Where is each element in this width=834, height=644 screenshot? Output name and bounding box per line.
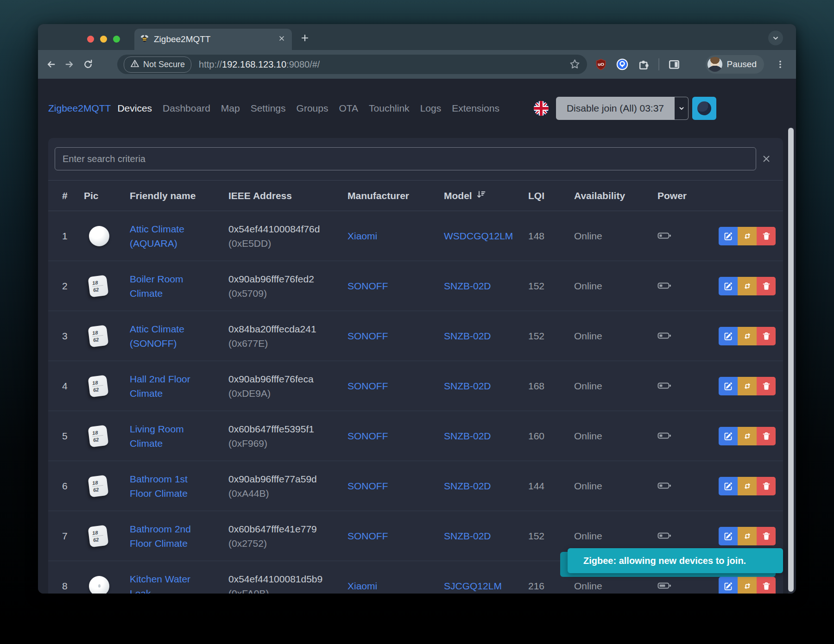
delete-device-button[interactable] [757,327,776,345]
forward-button[interactable] [60,55,79,74]
back-button[interactable] [42,55,60,74]
delete-device-button[interactable] [757,227,776,245]
browser-menu-kebab-icon[interactable] [771,55,790,74]
nav-item-touchlink[interactable]: Touchlink [369,103,410,114]
manufacturer-link[interactable]: SONOFF [348,531,388,541]
device-name-link[interactable]: Living Room Climate [130,422,211,450]
nav-item-map[interactable]: Map [221,103,240,114]
search-input[interactable] [55,147,756,170]
manufacturer-link[interactable]: SONOFF [348,431,388,441]
scrollbar-track[interactable] [788,128,794,594]
permit-join-toast[interactable]: Zigbee: allowing new devices to join. [568,548,783,573]
language-flag-icon[interactable] [534,101,549,116]
column-header-pic[interactable]: Pic [82,181,129,211]
device-name-link[interactable]: Bathroom 2nd Floor Climate [130,522,211,550]
reconfigure-device-button[interactable] [738,227,757,245]
bookmark-star-icon[interactable] [569,58,581,72]
close-window-button[interactable] [87,36,94,43]
delete-device-button[interactable] [757,277,776,295]
nav-item-settings[interactable]: Settings [251,103,286,114]
table-row: 3 18 62 Attic Climate (SONOFF) 0x84ba20f… [48,311,783,361]
model-link[interactable]: SNZB-02D [444,331,491,341]
nav-item-extensions[interactable]: Extensions [452,103,499,114]
lqi-value: 168 [528,361,574,411]
edit-device-button[interactable] [719,527,738,545]
column-header-model[interactable]: Model [443,181,528,211]
nav-item-logs[interactable]: Logs [420,103,442,114]
brand-link[interactable]: Zigbee2MQTT [48,103,111,114]
battery-icon [657,431,671,441]
manufacturer-link[interactable]: SONOFF [348,381,388,391]
power-source [657,311,717,361]
device-name-link[interactable]: Boiler Room Climate [130,272,211,300]
model-link[interactable]: SNZB-02D [444,481,491,491]
edit-device-button[interactable] [719,227,738,245]
column-header-index[interactable]: # [48,181,82,211]
address-bar[interactable]: Not Secure http://192.168.123.10:9080/#/ [117,55,587,74]
scrollbar-thumb[interactable] [788,128,794,592]
new-tab-button[interactable] [297,31,312,45]
device-name-link[interactable]: Hall 2nd Floor Climate [130,372,211,400]
delete-device-button[interactable] [757,477,776,495]
column-header-manufacturer[interactable]: Manufacturer [347,181,443,211]
reconfigure-device-button[interactable] [738,277,757,295]
zoom-window-button[interactable] [113,36,120,43]
edit-device-button[interactable] [719,577,738,594]
edit-device-button[interactable] [719,477,738,495]
column-header-friendly-name[interactable]: Friendly name [129,181,228,211]
delete-device-button[interactable] [757,427,776,445]
tab-search-button[interactable] [768,31,783,45]
side-panel-icon[interactable] [665,55,683,74]
column-header-availability[interactable]: Availability [574,181,657,211]
model-link[interactable]: SNZB-02D [444,281,491,291]
nav-item-devices[interactable]: Devices [117,103,152,114]
delete-device-button[interactable] [757,527,776,545]
model-link[interactable]: SJCGQ12LM [444,581,502,591]
device-name-link[interactable]: Kitchen Water Leak [130,572,211,594]
manufacturer-link[interactable]: SONOFF [348,481,388,491]
tab-close-icon[interactable] [277,34,286,45]
model-link[interactable]: SNZB-02D [444,381,491,391]
nav-item-dashboard[interactable]: Dashboard [163,103,210,114]
minimize-window-button[interactable] [100,36,107,43]
theme-toggle-button[interactable] [692,97,716,120]
permit-join-caret[interactable] [675,97,689,120]
manufacturer-link[interactable]: SONOFF [348,331,388,341]
column-header-lqi[interactable]: LQI [528,181,574,211]
browser-tab[interactable]: Zigbee2MQTT [134,29,292,50]
device-name-link[interactable]: Attic Climate (SONOFF) [130,322,211,350]
permit-join-select[interactable]: Disable join (All) 03:37 [556,97,675,120]
model-link[interactable]: WSDCGQ12LM [444,231,513,241]
ublock-extension-icon[interactable]: uO [592,55,610,74]
extensions-puzzle-icon[interactable] [634,55,653,74]
column-header-power[interactable]: Power [657,181,717,211]
reconfigure-device-button[interactable] [738,427,757,445]
manufacturer-link[interactable]: Xiaomi [348,581,377,591]
nav-item-groups[interactable]: Groups [297,103,329,114]
availability-status: Online [574,461,657,511]
delete-device-button[interactable] [757,577,776,594]
manufacturer-link[interactable]: Xiaomi [348,231,377,241]
1password-extension-icon[interactable] [613,55,632,74]
browser-profile-button[interactable]: Paused [706,55,764,74]
site-security-chip[interactable]: Not Secure [124,56,191,73]
reconfigure-device-button[interactable] [738,477,757,495]
device-name-link[interactable]: Bathroom 1st Floor Climate [130,472,211,500]
edit-device-button[interactable] [719,377,738,395]
device-name-link[interactable]: Attic Climate (AQUARA) [130,222,211,250]
reload-button[interactable] [79,55,97,74]
edit-device-button[interactable] [719,277,738,295]
edit-device-button[interactable] [719,327,738,345]
nav-item-ota[interactable]: OTA [339,103,358,114]
reconfigure-device-button[interactable] [738,577,757,594]
clear-search-icon[interactable] [756,149,777,169]
reconfigure-device-button[interactable] [738,327,757,345]
manufacturer-link[interactable]: SONOFF [348,281,388,291]
reconfigure-device-button[interactable] [738,377,757,395]
model-link[interactable]: SNZB-02D [444,431,491,441]
model-link[interactable]: SNZB-02D [444,531,491,541]
delete-device-button[interactable] [757,377,776,395]
reconfigure-device-button[interactable] [738,527,757,545]
column-header-ieee-address[interactable]: IEEE Address [228,181,347,211]
edit-device-button[interactable] [719,427,738,445]
